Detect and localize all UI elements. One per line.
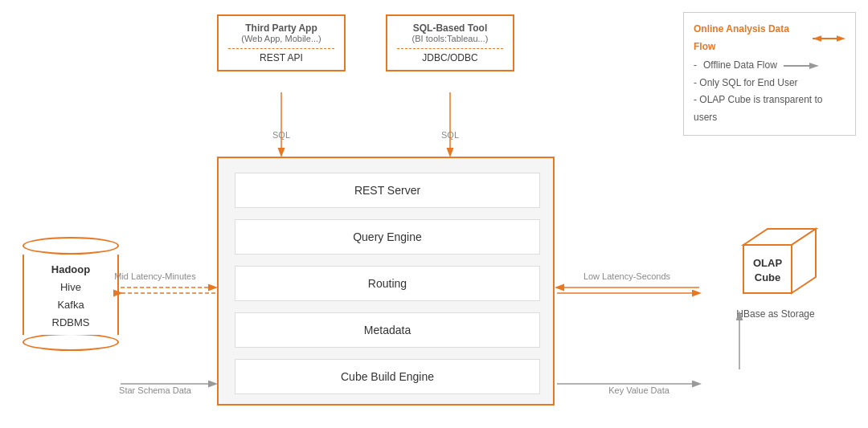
cylinder-content: Hadoop Hive Kafka RDBMS	[24, 255, 117, 338]
cylinder-body: Hadoop Hive Kafka RDBMS	[23, 255, 119, 335]
rest-server-row: REST Server	[235, 173, 540, 208]
svg-marker-2	[813, 35, 821, 41]
svg-text:OLAP: OLAP	[753, 257, 782, 269]
third-party-content: Third Party App (Web App, Mobile...)	[228, 22, 334, 49]
routing-row: Routing	[235, 266, 540, 301]
query-engine-row: Query Engine	[235, 219, 540, 255]
diagram-container: Online Analysis Data Flow - Offline Data…	[0, 0, 868, 428]
cube-build-row: Cube Build Engine	[235, 359, 540, 394]
svg-text:Cube: Cube	[755, 271, 781, 283]
svg-marker-4	[809, 63, 819, 69]
legend-offline-flow: - Offline Data Flow	[694, 57, 845, 75]
rest-api-label: REST API	[228, 52, 334, 63]
svg-text:Key Value Data: Key Value Data	[608, 385, 670, 395]
cylinder-top	[23, 237, 119, 255]
svg-text:Low Latency-Seconds: Low Latency-Seconds	[583, 271, 671, 281]
svg-text:SQL: SQL	[441, 130, 459, 140]
sql-tool-box: SQL-Based Tool (BI tools:Tableau...) JDB…	[386, 14, 514, 71]
svg-text:Star Schema Data: Star Schema Data	[119, 385, 192, 395]
kylin-box: REST Server Query Engine Routing Metadat…	[217, 157, 555, 406]
legend-sql-only: - Only SQL for End User	[694, 75, 845, 92]
metadata-row: Metadata	[235, 312, 540, 348]
hbase-label: HBase as Storage	[727, 308, 824, 320]
legend-olap-transparent: - OLAP Cube is transparent to users	[694, 92, 845, 126]
svg-marker-1	[837, 35, 845, 41]
legend-online-flow: Online Analysis Data Flow	[694, 21, 845, 55]
sql-tool-content: SQL-Based Tool (BI tools:Tableau...)	[397, 22, 503, 49]
legend-box: Online Analysis Data Flow - Offline Data…	[683, 12, 856, 136]
svg-marker-5	[743, 245, 792, 293]
olap-cube-svg: OLAP Cube	[727, 217, 824, 305]
svg-text:SQL: SQL	[272, 130, 290, 140]
svg-text:Mid Latency-Minutes: Mid Latency-Minutes	[114, 271, 196, 281]
hadoop-cylinder: Hadoop Hive Kafka RDBMS	[23, 237, 119, 351]
olap-cube-container: OLAP Cube HBase as Storage	[727, 217, 824, 320]
third-party-box: Third Party App (Web App, Mobile...) RES…	[217, 14, 346, 71]
jdbc-odbc-label: JDBC/ODBC	[397, 52, 503, 63]
